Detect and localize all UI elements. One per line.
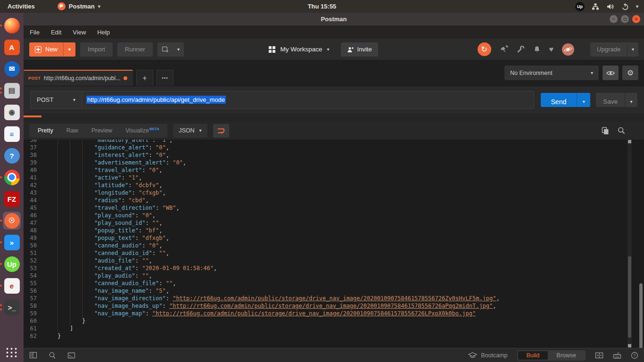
keyboard-icon xyxy=(613,352,621,359)
environment-selector[interactable]: No Environment ▾ xyxy=(504,66,599,80)
network-icon[interactable] xyxy=(592,3,599,10)
dock-item-files[interactable]: ▤ xyxy=(3,82,21,99)
json-link-value[interactable]: "http://rt66ug.com/admin/public/storage/… xyxy=(169,302,493,310)
shortcuts-button[interactable] xyxy=(613,352,621,359)
dock-item-chrome[interactable] xyxy=(3,168,21,186)
dock-item-help[interactable]: ? xyxy=(3,147,21,165)
search-response-button[interactable] xyxy=(618,127,625,134)
method-selector[interactable]: POST ▾ xyxy=(30,91,82,109)
dock-item-postman[interactable]: ☉ xyxy=(3,212,21,230)
bootcamp-button[interactable]: Bootcamp xyxy=(468,352,507,359)
upwork-tray-icon[interactable]: Up xyxy=(575,2,585,11)
json-value: "" xyxy=(166,280,173,287)
browse-toggle[interactable]: Browse xyxy=(548,351,585,360)
active-section-indicator xyxy=(24,115,41,117)
caret-down-icon[interactable]: ▾ xyxy=(68,47,71,52)
tab-options-button[interactable]: ••• xyxy=(157,70,173,86)
line-number: 54 xyxy=(24,272,42,280)
dock-item-drawing-app[interactable]: e xyxy=(3,277,21,295)
menu-item-file[interactable]: File xyxy=(30,29,40,36)
response-body-viewer[interactable]: 36"mandatory_alert": "1",37"guidance_ale… xyxy=(24,140,644,348)
build-browse-toggle: Build Browse xyxy=(517,350,586,361)
new-button[interactable]: New ▾ xyxy=(29,42,75,57)
save-button[interactable]: Save ▾ xyxy=(596,93,637,107)
caret-down-icon[interactable]: ▾ xyxy=(630,99,632,104)
activities-button[interactable]: Activities xyxy=(8,3,35,10)
console-button[interactable] xyxy=(67,352,75,359)
dock-item-vscode[interactable]: » xyxy=(3,233,21,251)
request-tab[interactable]: POST http://rt66ug.com/admin/publ... xyxy=(24,70,133,86)
runner-button[interactable]: Runner xyxy=(117,42,153,57)
heart-icon[interactable]: ♥ xyxy=(549,45,554,54)
caret-down-icon[interactable]: ▾ xyxy=(177,47,180,52)
code-scrollbar-thumb[interactable] xyxy=(628,256,631,337)
clock[interactable]: Thu 15:55 xyxy=(308,3,337,10)
dock-item-thunderbird[interactable]: ✉ xyxy=(3,60,21,78)
line-number: 37 xyxy=(24,144,42,151)
menu-item-help[interactable]: Help xyxy=(97,29,110,36)
environment-quick-look-button[interactable] xyxy=(603,66,619,80)
satellite-icon[interactable] xyxy=(500,45,508,53)
caret-down-icon[interactable]: ▾ xyxy=(583,99,585,104)
json-key: "mandatory_alert" xyxy=(94,140,152,144)
caret-down-icon[interactable]: ▾ xyxy=(636,4,638,9)
menu-item-edit[interactable]: Edit xyxy=(51,29,61,36)
help-button[interactable]: ? xyxy=(631,352,638,359)
new-tab-button[interactable]: + xyxy=(136,70,153,86)
workspace-selector[interactable]: My Workspace xyxy=(280,46,322,53)
maximize-button[interactable] xyxy=(621,15,629,23)
user-avatar[interactable] xyxy=(562,43,574,56)
close-button[interactable]: × xyxy=(632,15,640,23)
json-value: "0" xyxy=(142,212,152,219)
show-applications-button[interactable] xyxy=(7,348,17,357)
dock-item-upwork[interactable]: Up xyxy=(3,255,21,273)
terminal-icon: >_ xyxy=(4,300,20,315)
url-input[interactable]: http://rt66ug.com/admin/public/api/get_d… xyxy=(82,91,534,109)
json-value: "dcbfv" xyxy=(135,181,159,189)
dock-item-filezilla[interactable]: FZ xyxy=(3,190,21,208)
bell-icon[interactable] xyxy=(533,45,541,53)
status-bar: Bootcamp Build Browse ? xyxy=(24,348,644,362)
find-button[interactable] xyxy=(49,352,56,359)
wrap-lines-button[interactable] xyxy=(213,124,229,138)
code-line: 47"play_sound_id": "", xyxy=(24,219,625,227)
sync-button[interactable]: ↻ xyxy=(478,42,491,56)
menu-item-view[interactable]: View xyxy=(73,29,86,36)
dock-item-music-player[interactable]: ◉ xyxy=(3,103,21,121)
app-menu[interactable]: Postman ▾ xyxy=(58,2,100,10)
workspace-grid-icon[interactable] xyxy=(269,46,275,53)
upgrade-button[interactable]: Upgrade ▾ xyxy=(590,42,638,57)
line-number: 43 xyxy=(24,189,42,197)
send-button[interactable]: Send ▾ xyxy=(541,93,591,107)
dock-item-libreoffice-writer[interactable]: ≡ xyxy=(3,125,21,143)
caret-down-icon[interactable]: ▾ xyxy=(327,47,330,52)
code-line: 49"popup_text": "dfxgb", xyxy=(24,234,625,242)
tab-raw[interactable]: Raw xyxy=(60,127,85,134)
build-toggle[interactable]: Build xyxy=(518,351,548,360)
tab-preview[interactable]: Preview xyxy=(85,127,119,134)
volume-icon[interactable] xyxy=(606,3,614,10)
json-link-value[interactable]: "http://rt66ug.com/admin/public/storage/… xyxy=(152,310,476,317)
two-pane-button[interactable] xyxy=(595,352,603,359)
toggle-sidebar-button[interactable] xyxy=(29,352,37,359)
response-format-selector[interactable]: JSON ▾ xyxy=(173,124,207,138)
libreoffice-writer-icon: ≡ xyxy=(4,126,20,142)
caret-down-icon[interactable]: ▾ xyxy=(632,47,634,52)
invite-button[interactable]: Invite xyxy=(341,42,378,57)
code-scrollbar[interactable] xyxy=(627,140,632,348)
wrench-icon[interactable] xyxy=(517,45,525,53)
window-scrollbar[interactable] xyxy=(639,250,643,333)
new-window-button[interactable]: ▾ xyxy=(157,42,184,57)
dock-item-terminal[interactable]: >_ xyxy=(3,298,21,316)
dock-item-firefox[interactable] xyxy=(3,16,21,34)
minimize-button[interactable]: − xyxy=(610,15,618,23)
copy-response-button[interactable] xyxy=(602,127,609,135)
window-scrollbar-thumb[interactable] xyxy=(639,283,643,348)
power-icon[interactable] xyxy=(621,3,629,10)
tab-visualize[interactable]: VisualizeBETA xyxy=(119,127,165,134)
json-link-value[interactable]: "http://rt66ug.com/admin/public/storage/… xyxy=(173,295,496,302)
settings-button[interactable]: ⚙ xyxy=(622,66,638,80)
import-button[interactable]: Import xyxy=(80,42,113,57)
dock-item-ubuntu-software[interactable]: A xyxy=(3,38,21,56)
tab-pretty[interactable]: Pretty xyxy=(31,127,60,134)
